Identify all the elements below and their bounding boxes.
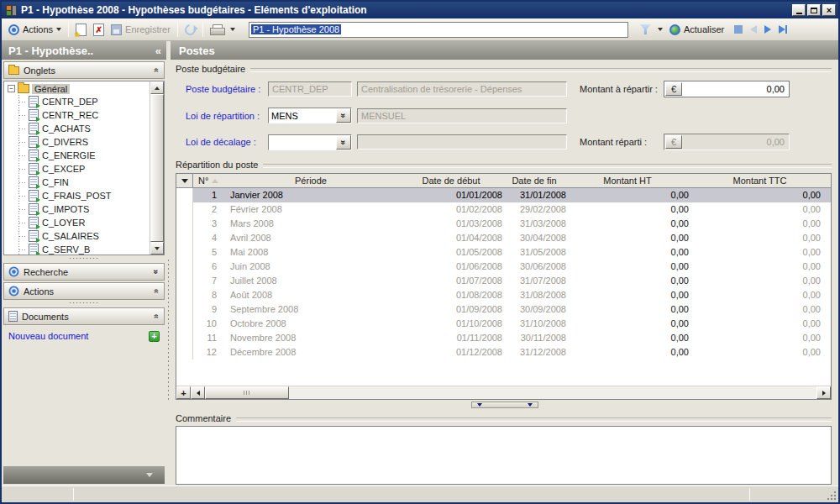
column-header-date-fin[interactable]: Date de fin [502, 174, 566, 187]
close-button[interactable]: × [822, 4, 836, 16]
table-row[interactable]: 9Septembre 200801/09/200830/09/20080,000… [176, 302, 831, 317]
next-record-button[interactable] [764, 25, 771, 34]
tree-item-c_serv_b[interactable]: C_SERV_B [4, 243, 150, 255]
toolbar-separator [202, 22, 203, 37]
statusbar-separator [73, 488, 74, 501]
filter-button[interactable] [637, 20, 654, 39]
delete-button[interactable]: ✗ [90, 20, 108, 39]
column-header-num[interactable]: N° [193, 174, 222, 187]
previous-record-button[interactable] [750, 25, 757, 34]
row-montant-ht: 0,00 [566, 217, 689, 231]
table-row[interactable]: 1Janvier 200801/01/200831/01/20080,000,0… [176, 188, 831, 202]
row-selector-cell[interactable] [176, 317, 193, 331]
minimize-button[interactable] [792, 4, 806, 16]
table-row[interactable]: 3Mars 200801/03/200831/03/20080,000,00 [176, 217, 831, 231]
row-selector-cell[interactable] [176, 302, 193, 317]
refresh-layout-button[interactable] [181, 20, 199, 39]
panel-header-onglets[interactable]: Onglets » [3, 61, 165, 79]
scrollbar-track[interactable] [289, 386, 816, 399]
print-options-button[interactable] [227, 20, 239, 39]
tree-item-c_achats[interactable]: C_ACHATS [4, 122, 150, 135]
tree-item-centr_dep[interactable]: CENTR_DEP [4, 95, 150, 108]
panel-resize-handle[interactable]: ········· [2, 255, 166, 261]
row-selector-cell[interactable] [176, 288, 193, 302]
row-selector-cell[interactable] [176, 231, 193, 245]
maximize-button[interactable] [807, 4, 821, 16]
table-row[interactable]: 11Novembre 200801/11/200830/11/20080,000… [176, 331, 831, 345]
row-selector-cell[interactable] [176, 188, 193, 202]
table-row[interactable]: 6Juin 200801/06/200830/06/20080,000,00 [176, 260, 831, 274]
tree-item-c_impots[interactable]: C_IMPOTS [4, 202, 150, 216]
euro-icon[interactable]: € [665, 82, 682, 96]
tree-item-c_energie[interactable]: C_ENERGIE [4, 149, 150, 162]
collapse-splitter[interactable] [471, 402, 538, 408]
row-selector-cell[interactable] [176, 217, 193, 231]
table-row[interactable]: 4Avril 200801/04/200830/04/20080,000,00 [176, 231, 831, 245]
loi-decalage-combo[interactable]: » [268, 134, 352, 150]
green-arrow-icon [36, 224, 40, 229]
table-row[interactable]: 5Mai 200801/05/200831/05/20080,000,00 [176, 245, 831, 260]
row-date-fin: 31/01/2008 [502, 188, 566, 202]
panel-header-documents[interactable]: Documents » [3, 307, 165, 325]
commentaire-textarea[interactable] [176, 426, 832, 485]
tree-item-c_loyer[interactable]: C_LOYER [4, 216, 150, 229]
tree-item-c_frais_post[interactable]: C_FRAIS_POST [4, 189, 150, 202]
table-row[interactable]: 12Décembre 200801/12/200831/12/20080,000… [176, 345, 831, 360]
row-selector-cell[interactable] [176, 245, 193, 260]
combo-dropdown-icon[interactable]: » [336, 108, 351, 123]
collapse-sidebar-icon[interactable]: « [155, 45, 161, 57]
new-document-button[interactable]: ★ [72, 20, 90, 39]
context-input[interactable]: P1 - Hypothèse 2008 [249, 22, 628, 38]
print-button[interactable] [207, 20, 227, 39]
tree-item-centr_rec[interactable]: CENTR_REC [4, 108, 150, 122]
column-header-periode[interactable]: Période [222, 174, 400, 187]
row-montant-ht: 0,00 [566, 331, 689, 345]
column-header-montant-ttc[interactable]: Montant TTC [689, 174, 831, 187]
tree-item-c_excep[interactable]: C_EXCEP [4, 162, 150, 176]
filter-options-button[interactable] [654, 20, 666, 39]
tree-item-c_salaires[interactable]: C_SALAIRES [4, 229, 150, 243]
tree-root-general[interactable]: − Général [4, 82, 150, 95]
scroll-down-icon[interactable] [150, 242, 164, 255]
last-record-button[interactable] [779, 25, 787, 34]
scroll-up-icon[interactable] [150, 81, 164, 94]
scrollbar-thumb[interactable] [150, 94, 164, 242]
tree-collapse-icon[interactable]: − [8, 85, 15, 92]
row-selector-cell[interactable] [176, 331, 193, 345]
table-selector-dropdown[interactable] [176, 174, 193, 187]
first-record-button[interactable] [734, 25, 743, 34]
table-row[interactable]: 10Octobre 200801/10/200831/10/20080,000,… [176, 317, 831, 331]
save-button[interactable]: Enregistrer [108, 20, 174, 39]
loi-repartition-combo[interactable]: MENS » [268, 108, 352, 123]
table-row[interactable]: 8Août 200801/08/200831/08/20080,000,00 [176, 288, 831, 302]
add-row-button[interactable]: + [176, 386, 191, 399]
row-selector-cell[interactable] [176, 260, 193, 274]
table-row[interactable]: 2Février 200801/02/200829/02/20080,000,0… [176, 202, 831, 217]
tree-scrollbar[interactable] [150, 81, 164, 255]
tree-item-c_divers[interactable]: C_DIVERS [4, 135, 150, 149]
column-header-montant-ht[interactable]: Montant HT [566, 174, 689, 187]
row-selector-cell[interactable] [176, 202, 193, 217]
scroll-right-icon[interactable] [816, 386, 831, 399]
panel-header-actions[interactable]: Actions » [3, 282, 165, 300]
row-number: 11 [193, 331, 222, 345]
row-selector-cell[interactable] [176, 345, 193, 360]
resize-grip[interactable] [827, 491, 837, 501]
tree-item-c_fin[interactable]: C_FIN [4, 176, 150, 189]
combo-dropdown-icon[interactable]: » [336, 135, 351, 150]
actions-menu-button[interactable]: Actions [5, 20, 65, 39]
scrollbar-thumb[interactable] [205, 386, 289, 399]
table-row[interactable]: 7Juillet 200801/07/200831/07/20080,000,0… [176, 274, 831, 288]
sidebar-splitter[interactable] [166, 41, 171, 486]
save-label: Enregistrer [125, 24, 171, 34]
refresh-data-button[interactable]: Actualiser [666, 20, 727, 39]
sidebar-bottom-bar[interactable] [3, 466, 165, 484]
add-document-icon[interactable]: + [149, 331, 160, 342]
new-document-link[interactable]: Nouveau document [8, 331, 88, 341]
montant-a-repartir-field[interactable]: € 0,00 [664, 81, 790, 97]
column-header-date-debut[interactable]: Date de début [400, 174, 502, 187]
panel-header-recherche[interactable]: Recherche » [3, 263, 165, 281]
panel-resize-handle[interactable]: ········· [2, 300, 166, 306]
row-selector-cell[interactable] [176, 274, 193, 288]
scroll-left-icon[interactable] [191, 386, 205, 399]
